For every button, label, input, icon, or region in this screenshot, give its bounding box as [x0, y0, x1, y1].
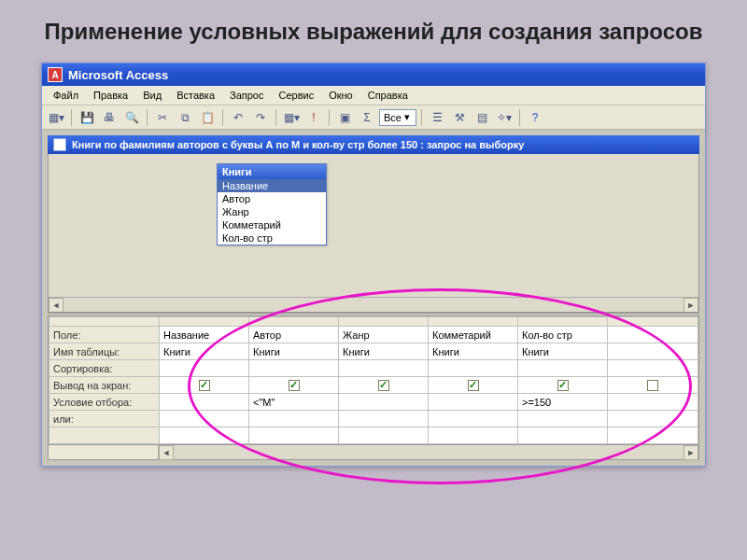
undo-icon[interactable]: ↶ [228, 108, 248, 127]
field-item[interactable]: Автор [218, 192, 326, 205]
show-cell[interactable] [429, 377, 518, 394]
paste-icon[interactable]: 📋 [197, 108, 218, 127]
field-cell[interactable]: Название [160, 327, 249, 343]
checkbox-icon[interactable] [378, 380, 389, 391]
menu-edit[interactable]: Правка [88, 88, 134, 103]
preview-icon[interactable]: 🔍 [121, 108, 142, 127]
checkbox-icon[interactable] [468, 380, 479, 391]
redo-icon[interactable]: ↷ [250, 108, 271, 127]
menu-view[interactable]: Вид [137, 88, 167, 103]
or-cell[interactable] [429, 411, 518, 427]
scroll-right-icon[interactable]: ► [684, 298, 698, 313]
sort-cell[interactable] [160, 360, 249, 377]
menu-insert[interactable]: Вставка [171, 88, 220, 103]
build-icon[interactable]: ⚒ [449, 108, 470, 127]
show-table-icon[interactable]: ▣ [334, 108, 355, 127]
qbe-grid[interactable]: Поле: Название Автор Жанр Комметарий Кол… [48, 316, 699, 445]
criteria-row: Условие отбора: <"М" >=150 [49, 394, 698, 411]
table-cell[interactable]: Книги [160, 343, 249, 360]
or-row: или: [49, 411, 698, 427]
or-cell[interactable] [249, 411, 339, 427]
checkbox-icon[interactable] [647, 380, 658, 391]
field-cell[interactable]: Автор [249, 327, 339, 343]
sort-cell[interactable] [429, 360, 518, 377]
scroll-right-icon[interactable]: ► [684, 445, 698, 460]
query-type-icon[interactable]: ▦▾ [281, 108, 302, 127]
app-title: Microsoft Access [68, 68, 168, 82]
sort-row: Сортировка: [49, 360, 698, 377]
cut-icon[interactable]: ✂ [152, 108, 173, 127]
or-cell[interactable] [160, 411, 249, 427]
menu-window[interactable]: Окно [323, 88, 359, 103]
table-cell[interactable]: Книги [518, 343, 608, 360]
field-item[interactable]: Комметарий [218, 218, 326, 231]
new-object-icon[interactable]: ✧▾ [494, 108, 514, 127]
print-icon[interactable]: 🖶 [99, 108, 120, 127]
query-titlebar: Книги по фамилиям авторов с буквы А по М… [48, 135, 699, 154]
column-selector-row [49, 317, 698, 327]
sort-cell[interactable] [249, 360, 339, 377]
menu-query[interactable]: Запрос [224, 88, 269, 103]
mdi-client-area: Книги по фамилиям авторов с буквы А по М… [42, 130, 705, 466]
show-cell[interactable] [518, 377, 608, 394]
table-diagram-pane[interactable]: Книги Название Автор Жанр Комметарий Кол… [48, 154, 699, 313]
top-values-combo[interactable]: Все ▾ [379, 109, 416, 126]
criteria-cell[interactable]: >=150 [518, 394, 608, 411]
table-cell[interactable]: Книги [249, 343, 339, 360]
table-cell[interactable]: Книги [429, 343, 518, 360]
table-box-books[interactable]: Книги Название Автор Жанр Комметарий Кол… [217, 163, 327, 245]
criteria-cell[interactable] [160, 394, 249, 411]
run-icon[interactable]: ! [303, 108, 324, 127]
properties-icon[interactable]: ☰ [427, 108, 447, 127]
column-selector[interactable] [249, 317, 339, 327]
column-selector[interactable] [429, 317, 518, 327]
sort-cell[interactable] [339, 360, 429, 377]
field-item[interactable]: Жанр [218, 205, 326, 218]
save-icon[interactable]: 💾 [77, 108, 97, 127]
show-cell[interactable] [160, 377, 249, 394]
totals-icon[interactable]: Σ [357, 108, 377, 127]
upper-hscrollbar[interactable]: ◄ ► [49, 297, 698, 312]
table-cell[interactable]: Книги [339, 343, 429, 360]
criteria-cell[interactable] [429, 394, 518, 411]
scroll-left-icon[interactable]: ◄ [159, 445, 174, 460]
query-doc-icon [53, 138, 66, 151]
checkbox-icon[interactable] [199, 380, 210, 391]
scroll-track[interactable] [63, 298, 684, 312]
criteria-cell[interactable] [339, 394, 429, 411]
slide-title: Применение условных выражений для создан… [0, 0, 747, 55]
menu-file[interactable]: Файл [48, 88, 84, 103]
lower-hscrollbar[interactable]: ◄ ► [48, 445, 699, 460]
checkbox-icon[interactable] [289, 380, 300, 391]
column-selector[interactable] [339, 317, 429, 327]
field-cell[interactable]: Кол-во стр [518, 327, 608, 343]
or-cell[interactable] [518, 411, 608, 427]
field-cell[interactable]: Комметарий [429, 327, 518, 343]
table-field-list[interactable]: Название Автор Жанр Комметарий Кол-во ст… [218, 179, 326, 245]
row-label-sort: Сортировка: [49, 360, 160, 377]
show-cell[interactable] [249, 377, 339, 394]
menubar: Файл Правка Вид Вставка Запрос Сервис Ок… [42, 86, 705, 105]
table-box-title: Книги [218, 164, 326, 179]
row-label-field: Поле: [49, 327, 160, 343]
field-item[interactable]: Кол-во стр [218, 231, 326, 245]
field-item[interactable]: Название [218, 179, 326, 192]
menu-tools[interactable]: Сервис [273, 88, 319, 103]
copy-icon[interactable]: ⧉ [175, 108, 195, 127]
field-cell[interactable]: Жанр [339, 327, 429, 343]
or-cell[interactable] [339, 411, 429, 427]
column-selector[interactable] [160, 317, 249, 327]
show-cell[interactable] [339, 377, 429, 394]
row-label-or: или: [49, 411, 160, 427]
menu-help[interactable]: Справка [362, 88, 414, 103]
view-button[interactable]: ▦▾ [46, 108, 66, 127]
checkbox-icon[interactable] [557, 380, 569, 391]
scroll-left-icon[interactable]: ◄ [49, 298, 63, 313]
db-window-icon[interactable]: ▤ [472, 108, 492, 127]
help-icon[interactable]: ? [525, 108, 545, 127]
scroll-track[interactable] [174, 445, 684, 459]
column-selector[interactable] [518, 317, 608, 327]
sort-cell[interactable] [518, 360, 608, 377]
row-label-table: Имя таблицы: [49, 343, 160, 360]
criteria-cell[interactable]: <"М" [249, 394, 339, 411]
